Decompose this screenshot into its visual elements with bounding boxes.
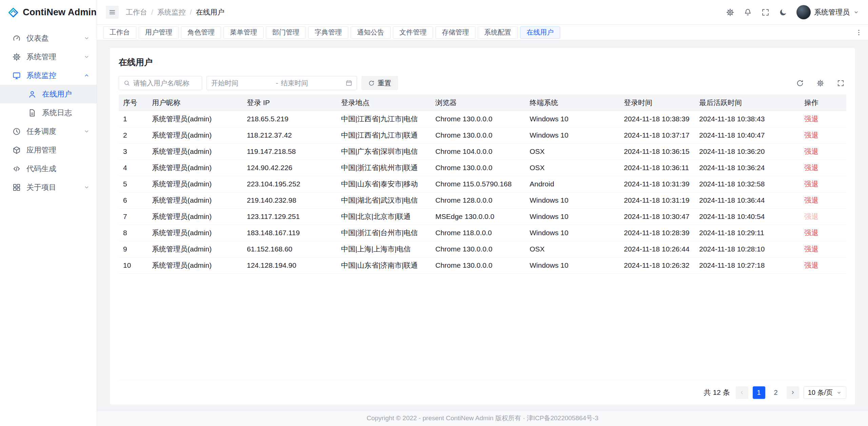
sidebar-item-about-project[interactable]: 关于项目 [0,178,97,197]
search-input[interactable] [133,79,197,87]
cell-nickname: 系统管理员(admin) [147,225,242,241]
table-row: 4系统管理员(admin)124.90.42.226中国|浙江省|杭州市|联通C… [119,160,846,176]
cell-os: OSX [525,143,619,160]
sidebar-item-app-management[interactable]: 应用管理 [0,141,97,159]
force-logout-link[interactable]: 强退 [804,131,818,139]
bell-icon[interactable] [744,8,752,17]
tab-存储管理[interactable]: 存储管理 [435,26,475,39]
tab-部门管理[interactable]: 部门管理 [266,26,306,39]
force-logout-link[interactable]: 强退 [804,212,818,220]
tab-在线用户[interactable]: 在线用户 [520,26,560,39]
tab-工作台[interactable]: 工作台 [103,26,136,39]
sidebar-menu: 仪表盘 系统管理 系统监控 在线用户 系统日志 [0,25,97,197]
cell-nickname: 系统管理员(admin) [147,111,242,127]
chevron-down-icon [83,35,90,41]
col-header-os: 终端系统 [525,95,619,111]
col-header-location: 登录地点 [337,95,431,111]
cell-os: OSX [525,241,619,257]
sidebar-item-dashboard[interactable]: 仪表盘 [0,29,97,47]
tab-字典管理[interactable]: 字典管理 [308,26,348,39]
sidebar-collapse-button[interactable] [106,6,119,19]
page-title: 在线用户 [119,57,846,68]
col-header-ip: 登录 IP [242,95,337,111]
force-logout-link[interactable]: 强退 [804,229,818,237]
force-logout-link[interactable]: 强退 [804,261,818,269]
cell-browser: Chrome 130.0.0.0 [431,160,525,176]
cell-os: Windows 10 [525,111,619,127]
user-menu[interactable]: 系统管理员 [796,5,859,19]
col-header-last-active: 最后活跃时间 [695,95,800,111]
dashboard-icon [12,34,21,43]
page-size-select[interactable]: 10 条/页 [804,386,846,399]
cell-os: OSX [525,160,619,176]
force-logout-link[interactable]: 强退 [804,147,818,155]
fullscreen-icon[interactable] [761,8,770,17]
sidebar-item-system-monitor[interactable]: 系统监控 [0,66,97,85]
breadcrumb-item[interactable]: 系统监控 [157,7,186,17]
cell-no: 10 [119,257,147,273]
cell-last_active: 2024-11-18 10:40:47 [695,127,800,143]
date-end-input[interactable] [281,79,343,87]
column-settings-icon [816,79,824,87]
cell-ip: 61.152.168.60 [242,241,337,257]
sidebar-item-online-users[interactable]: 在线用户 [0,85,97,103]
app-root: ContiNew Admin 仪表盘 系统管理 系统监控 在线用户 [0,0,868,426]
chevron-right-icon [790,389,796,395]
pagination-page-1[interactable]: 1 [753,386,765,399]
sidebar-item-label: 系统日志 [42,108,72,118]
page-size-label: 10 条/页 [808,388,833,397]
date-start-input[interactable] [211,79,273,87]
tab-菜单管理[interactable]: 菜单管理 [223,26,263,39]
cell-action: 强退 [800,160,846,176]
cell-action: 强退 [800,257,846,273]
tab-more-icon[interactable] [855,29,863,36]
force-logout-link[interactable]: 强退 [804,180,818,188]
breadcrumb-item[interactable]: 工作台 [126,7,147,17]
reset-button-label: 重置 [378,79,391,88]
cell-no: 5 [119,176,147,192]
settings-icon[interactable] [726,8,734,17]
refresh-button[interactable] [794,77,806,89]
avatar[interactable] [796,5,811,19]
cell-ip: 119.147.218.58 [242,143,337,160]
cell-login_time: 2024-11-18 10:28:39 [619,225,695,241]
sidebar-item-code-generation[interactable]: 代码生成 [0,159,97,178]
tab-bar: 工作台用户管理角色管理菜单管理部门管理字典管理通知公告文件管理存储管理系统配置在… [97,25,868,40]
cell-nickname: 系统管理员(admin) [147,192,242,208]
column-settings-button[interactable] [814,77,826,89]
date-range-picker[interactable]: - [206,76,357,90]
cell-location: 中国|北京|北京市|联通 [337,208,431,225]
sidebar-item-task-scheduler[interactable]: 任务调度 [0,122,97,141]
force-logout-link[interactable]: 强退 [804,164,818,171]
monitor-icon [12,71,21,80]
cell-nickname: 系统管理员(admin) [147,143,242,160]
chevron-down-icon [83,54,90,60]
tab-通知公告[interactable]: 通知公告 [351,26,391,39]
footer: Copyright © 2022 - present ContiNew Admi… [97,410,868,426]
table-row: 1系统管理员(admin)218.65.5.219中国|江西省|九江市|电信Ch… [119,111,846,127]
table-fullscreen-button[interactable] [835,77,846,89]
moon-icon[interactable] [779,8,787,17]
tab-系统配置[interactable]: 系统配置 [478,26,518,39]
force-logout-link[interactable]: 强退 [804,245,818,253]
reset-button[interactable]: 重置 [361,76,398,90]
tab-用户管理[interactable]: 用户管理 [139,26,179,39]
cell-os: Android [525,176,619,192]
sidebar-item-system-logs[interactable]: 系统日志 [0,103,97,122]
force-logout-link[interactable]: 强退 [804,196,818,204]
cell-browser: Chrome 130.0.0.0 [431,241,525,257]
pagination-page-2[interactable]: 2 [770,386,782,399]
chevron-up-icon [83,72,90,79]
header: 工作台 / 系统监控 / 在线用户 系统管理员 [97,0,868,25]
sidebar-item-system-management[interactable]: 系统管理 [0,47,97,66]
pagination-next-button[interactable] [787,386,799,399]
sidebar-item-label: 关于项目 [26,182,56,192]
cell-nickname: 系统管理员(admin) [147,127,242,143]
pagination-prev-button[interactable] [736,386,748,399]
force-logout-link[interactable]: 强退 [804,115,818,123]
logo[interactable]: ContiNew Admin [0,0,97,25]
logo-icon [8,6,18,19]
tab-文件管理[interactable]: 文件管理 [393,26,433,39]
tab-角色管理[interactable]: 角色管理 [181,26,221,39]
cell-location: 中国|浙江省|台州市|电信 [337,225,431,241]
